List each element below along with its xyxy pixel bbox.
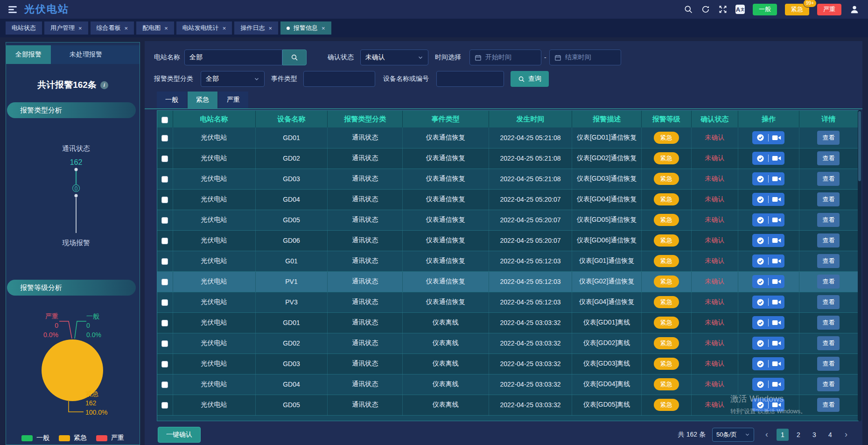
row-checkbox[interactable] [161,155,168,162]
view-detail-button[interactable]: 查看 [817,254,840,268]
legend-item-general[interactable]: 一般 [21,434,49,442]
table-row[interactable]: 光伏电站 GD05 通讯状态 仪表通信恢复 2022-04-25 05:20:0… [157,210,858,230]
view-detail-button[interactable]: 查看 [817,131,840,145]
view-detail-button[interactable]: 查看 [817,316,840,330]
table-row[interactable]: 光伏电站 GD03 通讯状态 仪表离线 2022-04-25 03:03:32 … [157,353,858,374]
confirm-all-button[interactable]: 一键确认 [158,427,201,443]
next-page-button[interactable]: › [840,429,852,441]
view-detail-button[interactable]: 查看 [817,357,840,371]
page-button-1[interactable]: 1 [777,429,789,441]
nav-tab-user-management[interactable]: 用户管理 × [44,21,88,35]
video-button[interactable] [769,275,784,288]
video-button[interactable] [769,316,784,329]
end-time-picker[interactable]: 结束时间 [549,49,621,65]
video-button[interactable] [769,337,784,350]
close-tab-icon[interactable]: × [268,25,272,32]
row-checkbox[interactable] [161,361,168,367]
sidebar-tab-all-alarms[interactable]: 全部报警 [6,45,51,64]
confirm-alarm-button[interactable] [752,398,768,411]
general-alarm-button[interactable]: 一般 [753,4,777,15]
scrollbar-thumb[interactable] [858,111,861,181]
row-checkbox[interactable] [161,135,168,141]
select-all-checkbox[interactable] [161,117,168,123]
view-detail-button[interactable]: 查看 [817,151,840,165]
fullscreen-icon[interactable] [718,5,728,14]
close-tab-icon[interactable]: × [164,25,168,32]
sidebar-tab-unhandled-alarms[interactable]: 未处理报警 [51,45,121,64]
station-name-input[interactable] [184,49,282,65]
row-checkbox[interactable] [161,340,168,347]
view-detail-button[interactable]: 查看 [817,172,840,186]
query-button[interactable]: 查询 [511,71,549,87]
row-checkbox[interactable] [161,176,168,183]
legend-item-urgent[interactable]: 紧急 [59,434,87,442]
confirm-alarm-button[interactable] [752,337,768,350]
nav-tab-distribution-diagram[interactable]: 配电图 × [136,21,174,35]
table-row[interactable]: 光伏电站 GD02 通讯状态 仪表离线 2022-04-25 03:03:32 … [157,333,858,353]
confirm-alarm-button[interactable] [752,275,768,288]
search-icon[interactable] [684,5,693,14]
level-tab-general[interactable]: 一般 [157,92,187,108]
prev-page-button[interactable]: ‹ [761,429,773,441]
nav-tab-generation-stats[interactable]: 电站发电统计 × [176,21,232,35]
video-button[interactable] [769,378,784,391]
confirm-alarm-button[interactable] [752,193,768,206]
event-type-input[interactable] [303,71,375,87]
nav-tab-dashboard[interactable]: 综合看板 × [91,21,134,35]
confirm-alarm-button[interactable] [752,254,768,268]
row-checkbox[interactable] [161,258,168,265]
table-row[interactable]: 光伏电站 GD02 通讯状态 仪表通信恢复 2022-04-25 05:21:0… [157,148,858,169]
row-checkbox[interactable] [161,320,168,326]
nav-tab-operation-log[interactable]: 操作日志 × [234,21,278,35]
video-button[interactable] [769,213,784,226]
video-button[interactable] [769,152,784,165]
view-detail-button[interactable]: 查看 [817,275,840,289]
table-row[interactable]: 光伏电站 GD05 通讯状态 仪表离线 2022-04-25 03:03:32 … [157,395,858,415]
row-checkbox[interactable] [161,238,168,244]
row-checkbox[interactable] [161,197,168,203]
user-avatar-icon[interactable] [849,4,860,14]
close-tab-icon[interactable]: × [125,25,128,32]
table-scrollbar[interactable] [858,110,861,421]
confirm-alarm-button[interactable] [752,131,768,144]
view-detail-button[interactable]: 查看 [817,192,840,206]
video-button[interactable] [769,398,784,411]
video-button[interactable] [769,234,784,247]
table-row[interactable]: 光伏电站 PV3 通讯状态 仪表通信恢复 2022-04-25 05:12:03… [157,292,858,312]
severe-alarm-button[interactable]: 严重 [817,4,841,15]
table-row[interactable]: 光伏电站 PV1 通讯状态 仪表通信恢复 2022-04-25 05:12:03… [157,271,858,292]
page-size-select[interactable]: 50条/页 [712,428,754,442]
urgent-alarm-button[interactable]: 紧急 99+ [785,4,809,15]
level-tab-urgent[interactable]: 紧急 [188,92,217,108]
confirm-alarm-button[interactable] [752,172,768,185]
table-row[interactable]: 光伏电站 GD04 通讯状态 仪表通信恢复 2022-04-25 05:20:0… [157,189,858,210]
close-tab-icon[interactable]: × [322,25,325,32]
view-detail-button[interactable]: 查看 [817,213,840,227]
confirm-status-select[interactable]: 未确认 [360,49,428,65]
table-row[interactable]: 光伏电站 GD06 通讯状态 仪表通信恢复 2022-04-25 05:20:0… [157,230,858,251]
table-row[interactable]: 光伏电站 GD03 通讯状态 仪表通信恢复 2022-04-25 05:21:0… [157,169,858,189]
nav-tab-station-status[interactable]: 电站状态 [6,21,42,35]
menu-toggle-icon[interactable] [8,6,17,13]
table-row[interactable]: 光伏电站 GD04 通讯状态 仪表离线 2022-04-25 03:03:32 … [157,374,858,395]
page-button-3[interactable]: 3 [808,429,820,441]
nav-tab-alarm-info[interactable]: 报警信息 × [280,21,331,35]
row-checkbox[interactable] [161,217,168,224]
view-detail-button[interactable]: 查看 [817,233,840,247]
view-detail-button[interactable]: 查看 [817,336,840,350]
video-button[interactable] [769,254,784,268]
confirm-alarm-button[interactable] [752,234,768,247]
row-checkbox[interactable] [161,381,168,388]
video-button[interactable] [769,357,784,370]
view-detail-button[interactable]: 查看 [817,295,840,309]
translate-icon[interactable]: A文 [735,5,745,14]
confirm-alarm-button[interactable] [752,357,768,370]
info-icon[interactable]: i [100,81,108,89]
video-button[interactable] [769,131,784,144]
alarm-type-select[interactable]: 全部 [201,71,265,87]
row-checkbox[interactable] [161,279,168,285]
device-name-input[interactable] [436,71,504,87]
page-button-2[interactable]: 2 [792,429,805,441]
view-detail-button[interactable]: 查看 [817,398,840,412]
station-search-button[interactable] [282,49,307,65]
